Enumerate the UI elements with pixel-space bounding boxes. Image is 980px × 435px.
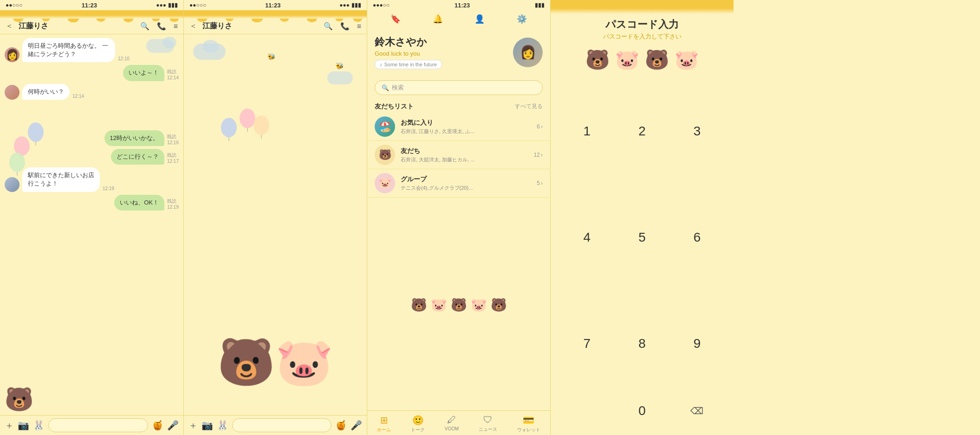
honey-drip-1 <box>0 10 183 19</box>
key-delete[interactable]: ⌫ <box>669 396 724 426</box>
profile-avatar[interactable]: 👩 <box>513 38 543 67</box>
nav-talk-label: トーク <box>411 427 425 433</box>
filler <box>733 0 980 435</box>
friends-section-title: 友だちリスト すべて見る <box>367 99 550 113</box>
settings-icon[interactable]: ⚙️ <box>517 14 527 24</box>
key-9[interactable]: 9 <box>670 291 724 396</box>
time-1: 11:23 <box>82 2 97 9</box>
key-8[interactable]: 8 <box>615 291 669 396</box>
passcode-sticker-2: 🐷 <box>615 48 639 71</box>
honey-drip-2 <box>184 10 367 19</box>
bubble-4: 12時がいいかな。 <box>104 130 164 146</box>
message-row-7: 既読12:19 いいね、OK！ <box>5 195 179 211</box>
key-2[interactable]: 2 <box>615 78 669 184</box>
message-row-5: 既読12:17 どこに行く～？ <box>5 149 179 165</box>
nav-news-label: ニュース <box>479 426 497 433</box>
sticker-icon-1[interactable]: 🐰 <box>33 420 45 431</box>
camera-icon-1[interactable]: 📷 <box>18 420 29 431</box>
bubble-text-3: 何時がいい？ <box>28 88 64 95</box>
friends-header-icons: 🔖 🔔 👤 ⚙️ <box>367 10 550 28</box>
friend-item-friends[interactable]: 🐻 友だち 石井涼, 大舘洋太, 加藤ヒカル, ... 12 › <box>367 141 550 169</box>
signal-dots-1: ●●○○○ <box>6 2 22 8</box>
profile-badge[interactable]: ♪ Some time in the future <box>375 60 442 69</box>
key-0[interactable]: 0 <box>615 396 669 426</box>
groups-name: グループ <box>401 175 531 184</box>
sticker-icon-2[interactable]: 🐰 <box>217 420 228 431</box>
avatar-6 <box>5 177 19 192</box>
bottom-nav: ⊞ ホーム 🙂 トーク 🖊 VOOM 🛡 ニュース 💳 ウォレット <box>367 410 550 435</box>
message-input-1[interactable] <box>48 418 148 432</box>
mic-icon-2[interactable]: 🎤 <box>350 420 362 431</box>
key-empty <box>560 396 615 426</box>
balloon-p2-1 <box>240 109 255 128</box>
profile-name: 鈴木さやか <box>375 35 507 49</box>
camera-icon-2[interactable]: 📷 <box>201 420 213 431</box>
chevron-icon-groups: › <box>541 180 543 186</box>
message-input-2[interactable] <box>232 418 331 432</box>
bookmark-icon[interactable]: 🔖 <box>390 14 401 24</box>
key-6[interactable]: 6 <box>670 185 724 290</box>
battery-3: ▮▮▮ <box>535 2 545 8</box>
pooh-sticker-1: 🐻 <box>5 386 33 413</box>
nav-wallet[interactable]: 💳 ウォレット <box>517 415 540 433</box>
chevron-icon-fav: › <box>541 123 543 130</box>
bubble-6: 駅前にできた新しいお店行こうよ！ <box>22 167 100 192</box>
plus-icon-2[interactable]: ＋ <box>188 419 198 432</box>
key-4[interactable]: 4 <box>560 185 614 290</box>
message-row-6: 駅前にできた新しいお店行こうよ！ 12:19 <box>5 167 179 192</box>
balloon-green-1 <box>9 153 25 172</box>
music-note-icon: ♪ <box>380 62 383 67</box>
key-1[interactable]: 1 <box>560 78 614 184</box>
status-icons-1: ●●● ▮▮▮ <box>156 2 178 8</box>
favorites-sub: 石井涼, 江藤りさ, 久里瑛太, ふ... <box>401 128 531 135</box>
bubble-5: どこに行く～？ <box>111 149 164 165</box>
search-bar[interactable]: 🔍 検索 <box>375 80 543 95</box>
talk-icon: 🙂 <box>412 415 424 426</box>
nav-home[interactable]: ⊞ ホーム <box>377 415 391 433</box>
key-3[interactable]: 3 <box>670 78 724 184</box>
chevron-icon-friends: › <box>541 152 543 158</box>
nav-voom[interactable]: 🖊 VOOM <box>445 415 459 433</box>
bubble-text-7: いいね、OK！ <box>120 199 159 206</box>
bee-2: 🐝 <box>267 53 275 60</box>
honey-icon-2[interactable]: 🍯 <box>335 420 347 431</box>
chat-area-1: 明日昼ごろ時間あるかな。 一緒にランチどう？ 12:10 既読12:14 いいよ… <box>0 34 183 415</box>
pooh-piglet-sticker: 🐻🐷 <box>217 335 333 390</box>
favorites-count: 6 › <box>537 123 543 130</box>
cloud-2-2 <box>202 40 219 53</box>
nav-talk[interactable]: 🙂 トーク <box>411 415 425 433</box>
chat-panel-2: ●●○○○ 11:23 ●●● ▮▮▮ ＜ 江藤りさ 🔍 📞 ≡ 🐝 🐝 🐻🐷 <box>183 0 367 435</box>
key-5[interactable]: 5 <box>615 185 669 290</box>
bubble-time-6: 12:19 <box>103 186 114 191</box>
groups-count: 5 › <box>537 180 543 186</box>
passcode-title: パスコード入力 <box>551 14 733 32</box>
chat-panel-1: ●●○○○ 11:23 ●●● ▮▮▮ ＜ 江藤りさ 🔍 📞 ≡ 明日昼ごろ時間… <box>0 0 183 435</box>
bubble-time-3: 12:14 <box>72 94 84 99</box>
news-icon: 🛡 <box>483 415 493 425</box>
friend-item-favorites[interactable]: 🏖️ お気に入り 石井涼, 江藤りさ, 久里瑛太, ふ... 6 › <box>367 113 550 141</box>
bell-icon[interactable]: 🔔 <box>433 14 443 24</box>
passcode-panel: パスコード入力 パスコードを入力して下さい 🐻 🐷 🐻 🐷 1 2 3 4 5 … <box>550 0 733 435</box>
search-placeholder: 検索 <box>392 83 404 92</box>
friends-count: 12 › <box>534 152 543 158</box>
wifi-icon-1: ●●● <box>156 2 166 8</box>
plus-icon-1[interactable]: ＋ <box>5 419 14 432</box>
sticker-3: 🐻 <box>451 297 467 313</box>
key-7[interactable]: 7 <box>560 291 614 396</box>
bubble-text-6: 駅前にできた新しいお店行こうよ！ <box>28 172 94 187</box>
honey-icon-1[interactable]: 🍯 <box>152 420 163 431</box>
add-friend-icon[interactable]: 👤 <box>474 14 485 24</box>
passcode-sticker-4: 🐷 <box>675 48 699 71</box>
nav-news[interactable]: 🛡 ニュース <box>479 415 497 433</box>
signal-dots-2: ●●○○○ <box>189 2 206 8</box>
see-all-link[interactable]: すべて見る <box>515 102 543 111</box>
nav-wallet-label: ウォレット <box>517 427 540 433</box>
friends-sub: 石井涼, 大舘洋太, 加藤ヒカル, ... <box>401 156 528 163</box>
friends-info: 友だち 石井涼, 大舘洋太, 加藤ヒカル, ... <box>401 147 528 163</box>
avatar-1 <box>5 47 19 62</box>
friend-item-groups[interactable]: 🐷 グループ テニス会(4),グルメクラブ(20)... 5 › <box>367 169 550 198</box>
passcode-sticker-3: 🐻 <box>645 48 669 71</box>
keypad: 1 2 3 4 5 6 7 8 9 <box>551 78 733 396</box>
mic-icon-1[interactable]: 🎤 <box>167 420 179 431</box>
bubble-text-2: いいよ～！ <box>129 69 159 76</box>
